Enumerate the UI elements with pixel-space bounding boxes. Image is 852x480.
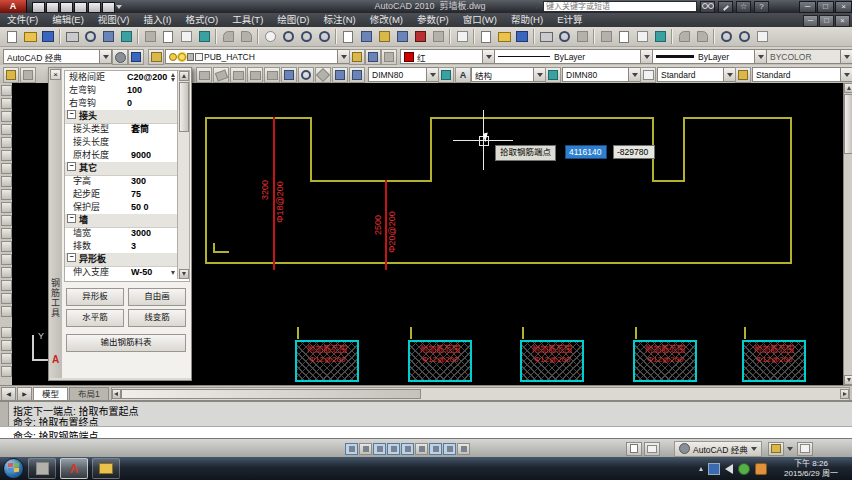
plotstyle-dropdown-icon[interactable] — [840, 50, 852, 63]
draw-xline-icon[interactable] — [1, 98, 12, 109]
output-rebar-schedule-button[interactable]: 输出钢筋料表 — [66, 334, 186, 352]
new2-icon[interactable] — [477, 28, 495, 46]
dim-linear-icon[interactable] — [196, 67, 212, 83]
dim-style2-combo[interactable]: DIMN80 — [562, 67, 641, 82]
paste-icon[interactable] — [177, 28, 195, 46]
menu-tools[interactable]: 工具(T) — [225, 13, 270, 27]
lineweight-combo[interactable]: ByLayer — [652, 49, 767, 64]
workspace-combo[interactable]: AutoCAD 经典 — [3, 49, 112, 64]
horizontal-rebar-button[interactable]: 水平筋 — [66, 309, 124, 327]
taskbar-clock[interactable]: 下午 8:26 2015/6/29 周一 — [776, 459, 846, 479]
draw-rectangle-icon[interactable] — [1, 137, 12, 148]
lwt-toggle[interactable] — [457, 443, 470, 455]
minimize-button[interactable]: ─ — [799, 1, 816, 13]
print2-icon[interactable] — [537, 28, 555, 46]
menu-window[interactable]: 窗口(W) — [456, 13, 504, 27]
zoom-previous-icon[interactable] — [315, 28, 333, 46]
grid-scroll-thumb[interactable] — [179, 82, 189, 132]
doc-close-button[interactable]: × — [835, 15, 850, 27]
tab-layout1[interactable]: 布局1 — [69, 387, 109, 401]
freehand-button[interactable]: 自由画 — [128, 288, 186, 306]
grid-scroll-down-icon[interactable] — [179, 269, 189, 279]
copy-icon[interactable] — [159, 28, 177, 46]
prop-value[interactable]: 0 — [127, 97, 177, 110]
help2-icon[interactable] — [753, 28, 771, 46]
prop-value[interactable]: W-50 — [131, 266, 171, 279]
paste2-icon[interactable] — [633, 28, 651, 46]
snap-toggle[interactable] — [345, 443, 358, 455]
irregular-slab-button[interactable]: 异形板 — [66, 288, 124, 306]
linetype-dropdown-icon[interactable] — [640, 50, 652, 63]
dim-style2-dropdown-icon[interactable] — [628, 68, 640, 81]
menu-parametric[interactable]: 参数(P) — [410, 13, 456, 27]
prop-value[interactable]: 300 — [131, 175, 177, 188]
layer-lock-icon[interactable] — [187, 53, 194, 61]
preview2-icon[interactable] — [555, 28, 573, 46]
draw-insert-icon[interactable] — [1, 215, 12, 226]
layer-dropdown-icon[interactable] — [337, 50, 349, 63]
sheetset-manager-icon[interactable] — [393, 28, 411, 46]
collapse-icon[interactable]: − — [67, 253, 76, 262]
infocenter-expand-icon[interactable] — [536, 5, 540, 9]
draw-region-icon[interactable] — [1, 280, 12, 291]
dim-leader-icon[interactable] — [264, 67, 280, 83]
qat-undo-icon[interactable] — [74, 2, 87, 13]
taskbar-app1-button[interactable] — [28, 458, 56, 479]
layer-on-icon[interactable] — [169, 53, 177, 61]
toolbar-unlock-icon[interactable] — [768, 442, 784, 456]
draw-hatch-icon[interactable] — [1, 254, 12, 265]
text-style-combo[interactable]: 结构 — [471, 67, 546, 82]
dynamic-input-x[interactable]: 4116140 — [565, 145, 607, 159]
collapse-icon[interactable]: − — [67, 162, 76, 171]
spin-control[interactable] — [171, 71, 175, 84]
quickcalc-icon[interactable] — [429, 28, 447, 46]
palette-title-strip[interactable]: × 钢筋工具 A — [49, 68, 63, 378]
hscroll-thumb[interactable] — [121, 389, 421, 399]
prop-value[interactable]: 50 0 — [131, 201, 177, 214]
draw-point-icon[interactable] — [1, 241, 12, 252]
help-icon[interactable]: ? — [754, 1, 769, 13]
menu-draw[interactable]: 绘图(D) — [270, 13, 316, 27]
brush-icon[interactable] — [651, 28, 669, 46]
tool-palettes-icon[interactable] — [375, 28, 393, 46]
qat-save-icon[interactable] — [60, 2, 73, 13]
tab-model[interactable]: 模型 — [33, 387, 68, 401]
prop-value[interactable]: 套筒 — [131, 123, 177, 136]
tab-scroll-right-icon[interactable]: ▶ — [17, 387, 32, 401]
dim-style-manager-icon[interactable] — [438, 67, 454, 83]
prop-value[interactable]: 3000 — [131, 227, 177, 240]
plot-icon[interactable] — [63, 28, 81, 46]
menu-format[interactable]: 格式(O) — [178, 13, 225, 27]
ducs-toggle[interactable] — [429, 443, 442, 455]
scroll-left-icon[interactable] — [112, 389, 121, 399]
text-style-icon[interactable]: A — [455, 67, 471, 83]
search-input[interactable] — [543, 1, 697, 12]
draw-ellipse-icon[interactable] — [1, 202, 12, 213]
linetype-combo[interactable]: ByLayer — [494, 49, 653, 64]
new-icon[interactable] — [3, 28, 21, 46]
prop-value[interactable]: 3 — [131, 240, 177, 253]
favorites-star-icon[interactable]: ☆ — [736, 1, 751, 13]
undo-icon[interactable] — [219, 28, 237, 46]
dim-edit-icon[interactable] — [332, 67, 348, 83]
volume-icon[interactable] — [725, 464, 733, 474]
ortho-toggle[interactable] — [373, 443, 386, 455]
copy2-icon[interactable] — [615, 28, 633, 46]
open-icon[interactable] — [21, 28, 39, 46]
menu-edit[interactable]: 编辑(E) — [45, 13, 91, 27]
dim-baseline-icon[interactable] — [230, 67, 246, 83]
layout-space-icon[interactable] — [644, 442, 660, 456]
designcenter-icon[interactable] — [357, 28, 375, 46]
draw-table-icon[interactable] — [1, 293, 12, 304]
scroll-right-icon[interactable] — [840, 389, 849, 399]
vertical-scrollbar[interactable] — [843, 83, 852, 385]
plot-preview-icon[interactable] — [81, 28, 99, 46]
dim-continue-icon[interactable] — [247, 67, 263, 83]
draw-line-icon[interactable] — [1, 85, 12, 96]
layer-combo[interactable]: PUB_HATCH — [165, 49, 350, 64]
draw-circle-icon[interactable] — [1, 163, 12, 174]
taskbar-autocad-button[interactable]: A — [60, 458, 88, 479]
update-tray-icon[interactable] — [755, 463, 767, 475]
dyn-toggle[interactable] — [443, 443, 456, 455]
horizontal-scrollbar[interactable] — [111, 387, 850, 401]
